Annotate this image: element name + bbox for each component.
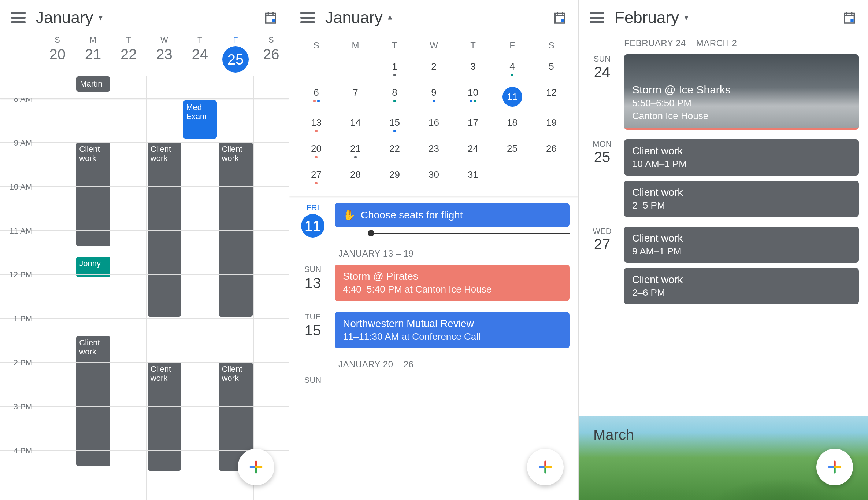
event-dots	[414, 100, 453, 103]
month-day-cell[interactable]: 7	[336, 82, 375, 112]
month-day-cell[interactable]: 24	[453, 138, 493, 164]
day-number: 19	[532, 117, 571, 128]
month-day-cell[interactable]: 25	[493, 138, 532, 164]
event-card[interactable]: ✋ Choose seats for flight	[335, 203, 570, 227]
schedule-day: SUN	[298, 375, 570, 385]
month-day-cell[interactable]: 9	[414, 82, 453, 112]
month-day-cell[interactable]: 27	[297, 164, 336, 190]
allday-slot[interactable]	[111, 76, 146, 98]
day-column-header[interactable]: S26	[253, 35, 289, 73]
today-icon[interactable]	[263, 10, 278, 26]
month-day-cell[interactable]: 23	[414, 138, 453, 164]
month-dropdown[interactable]: January ▼	[325, 8, 393, 27]
month-day-cell[interactable]: 4	[493, 56, 532, 82]
menu-icon[interactable]	[590, 12, 604, 23]
month-day-cell[interactable]: 31	[453, 164, 493, 190]
day-number: 18	[493, 117, 532, 128]
allday-slot[interactable]	[218, 76, 253, 98]
month-day-cell[interactable]: 13	[297, 112, 336, 138]
day-column-header[interactable]: T22	[111, 35, 146, 73]
month-day-cell[interactable]: 21	[336, 138, 375, 164]
svg-rect-0	[272, 19, 275, 22]
month-banner-label: March	[593, 427, 634, 443]
month-day-cell[interactable]: 6	[297, 82, 336, 112]
date-number: 25	[222, 46, 249, 73]
month-day-cell[interactable]: 18	[493, 112, 532, 138]
allday-slot[interactable]: Martin	[75, 76, 111, 98]
hour-label: 10 AM	[0, 182, 37, 192]
now-indicator	[368, 230, 570, 236]
month-day-cell[interactable]: 11	[493, 82, 532, 112]
allday-event-chip[interactable]: Martin	[76, 76, 110, 92]
month-day-cell[interactable]: 3	[453, 56, 493, 82]
month-day-cell[interactable]	[336, 56, 375, 82]
month-day-cell[interactable]: 12	[532, 82, 571, 112]
event-subtitle: 4:40–5:40 PM at Canton Ice House	[343, 284, 561, 295]
today-icon[interactable]	[842, 10, 857, 26]
header: January ▼	[289, 0, 578, 35]
dow-label: S	[253, 35, 289, 45]
time-grid[interactable]: Client workJonnyClient workClient workCl…	[0, 98, 289, 500]
create-event-fab[interactable]	[816, 449, 853, 485]
day-number: 10	[453, 87, 493, 98]
month-day-cell[interactable]: 30	[414, 164, 453, 190]
month-day-cell[interactable]: 28	[336, 164, 375, 190]
agenda-day: SUN 24 Storm @ Ice Sharks 5:50–6:50 PM C…	[587, 54, 859, 130]
day-column-header[interactable]: F25	[218, 35, 253, 73]
month-day-cell[interactable]: 22	[375, 138, 414, 164]
event-card[interactable]: Northwestern Mutual Review 11–11:30 AM a…	[335, 312, 570, 348]
event-card-hero[interactable]: Storm @ Ice Sharks 5:50–6:50 PM Canton I…	[624, 54, 859, 130]
allday-slot[interactable]	[182, 76, 218, 98]
day-column-header[interactable]: T24	[182, 35, 218, 73]
allday-slot[interactable]	[146, 76, 182, 98]
agenda-list[interactable]: FEBRUARY 24 – MARCH 2 SUN 24 Storm @ Ice…	[579, 38, 868, 304]
dow-label: S	[532, 35, 571, 56]
day-number: 17	[453, 117, 493, 128]
schedule-list[interactable]: FRI 11 ✋ Choose seats for flight JANUARY…	[289, 203, 578, 385]
event-card[interactable]: Client work2–6 PM	[624, 268, 859, 304]
create-event-fab[interactable]	[527, 449, 564, 485]
day-column-header[interactable]: M21	[75, 35, 111, 73]
month-day-cell[interactable]	[297, 56, 336, 82]
month-day-cell[interactable]: 5	[532, 56, 571, 82]
month-day-cell[interactable]: 10	[453, 82, 493, 112]
month-day-cell[interactable]: 29	[375, 164, 414, 190]
event-time: 5:50–6:50 PM	[632, 98, 851, 109]
month-day-cell[interactable]	[493, 164, 532, 190]
schedule-day-current: FRI 11 ✋ Choose seats for flight	[298, 203, 570, 238]
month-dropdown[interactable]: January ▼	[36, 8, 104, 27]
week-view-panel: January ▼ S20M21T22W23T24F25S26 Martin C…	[0, 0, 289, 500]
agenda-day: MON 25 Client work10 AM–1 PMClient work2…	[587, 139, 859, 217]
month-dropdown[interactable]: February ▼	[615, 8, 690, 27]
dow-label: M	[75, 35, 111, 45]
month-day-cell[interactable]: 14	[336, 112, 375, 138]
menu-icon[interactable]	[300, 12, 315, 23]
dow-label: W	[414, 35, 453, 56]
month-day-cell[interactable]: 1	[375, 56, 414, 82]
allday-slot[interactable]	[253, 76, 289, 98]
month-day-cell[interactable]: 2	[414, 56, 453, 82]
day-column-header[interactable]: S20	[40, 35, 75, 73]
event-card[interactable]: Storm @ Pirates 4:40–5:40 PM at Canton I…	[335, 265, 570, 301]
event-card[interactable]: Client work9 AM–1 PM	[624, 227, 859, 263]
event-card[interactable]: Client work10 AM–1 PM	[624, 139, 859, 176]
today-icon[interactable]	[553, 10, 567, 26]
month-day-cell[interactable]: 26	[532, 138, 571, 164]
month-day-cell[interactable]: 20	[297, 138, 336, 164]
month-day-cell[interactable]: 15	[375, 112, 414, 138]
month-picker[interactable]: SMTWTFS123456789101112131415161718192021…	[289, 35, 578, 194]
dow-label: F	[218, 35, 253, 45]
month-day-cell[interactable]	[532, 164, 571, 190]
dow-label: M	[336, 35, 375, 56]
month-day-cell[interactable]: 19	[532, 112, 571, 138]
day-column-header[interactable]: W23	[146, 35, 182, 73]
month-day-cell[interactable]: 17	[453, 112, 493, 138]
event-card[interactable]: Client work2–5 PM	[624, 181, 859, 217]
menu-icon[interactable]	[11, 12, 26, 23]
day-number: 26	[532, 143, 571, 154]
month-day-cell[interactable]: 8	[375, 82, 414, 112]
allday-slot[interactable]	[40, 76, 75, 98]
create-event-fab[interactable]	[238, 449, 274, 485]
dow-label: S	[40, 35, 75, 45]
month-day-cell[interactable]: 16	[414, 112, 453, 138]
